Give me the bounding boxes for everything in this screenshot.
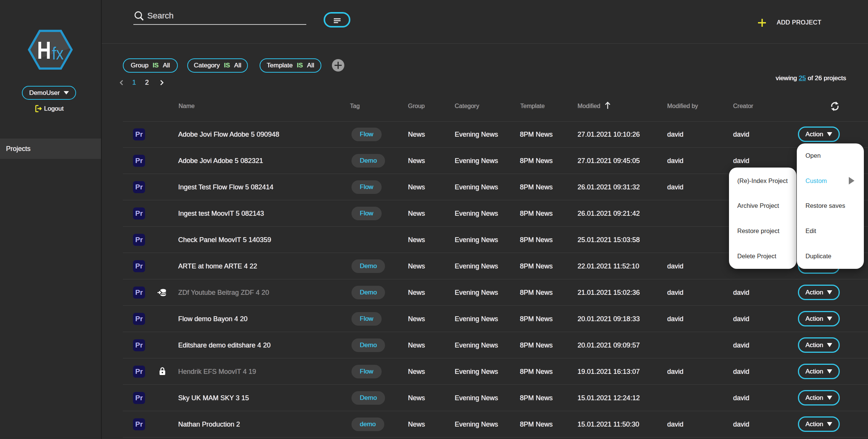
svg-text:fx: fx [52,44,64,63]
svg-text:H: H [37,37,51,64]
